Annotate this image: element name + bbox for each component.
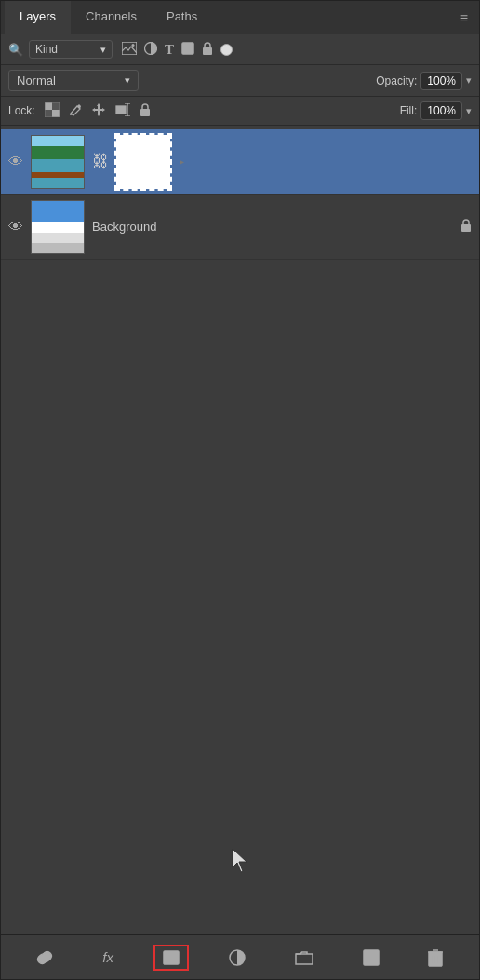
tab-channels[interactable]: Channels xyxy=(71,1,152,34)
svg-rect-16 xyxy=(140,109,150,116)
layer-item-1[interactable]: 👁 ⛓ ▸ xyxy=(1,129,479,195)
svg-point-1 xyxy=(132,44,135,47)
new-group-button[interactable] xyxy=(287,946,321,969)
delete-layer-button[interactable] xyxy=(420,945,450,971)
lock-all-icon[interactable] xyxy=(140,103,151,119)
svg-rect-3 xyxy=(182,43,193,54)
fill-group: Fill: 100% ▾ xyxy=(400,101,472,120)
add-mask-button[interactable] xyxy=(155,946,187,969)
shape-filter-icon[interactable] xyxy=(181,42,194,58)
cursor-area xyxy=(1,525,479,935)
image-filter-icon[interactable] xyxy=(122,42,137,58)
type-filter-icon[interactable]: T xyxy=(165,42,174,58)
panel-menu-icon[interactable]: ≡ xyxy=(453,10,475,25)
adjustment-filter-icon[interactable] xyxy=(144,42,157,58)
blend-mode-dropdown[interactable]: Normal ▾ xyxy=(8,70,139,91)
svg-rect-8 xyxy=(45,110,52,117)
mask-link-icon: ⛓ xyxy=(92,152,109,171)
sky-thumbnail xyxy=(32,201,84,253)
layer-effects-button[interactable]: fx xyxy=(95,946,121,969)
layer-lock-background xyxy=(460,219,472,235)
lock-icons xyxy=(45,102,151,120)
layer-thumbnail-1 xyxy=(31,135,85,189)
layer-visibility-1[interactable]: 👁 xyxy=(8,154,23,170)
blend-mode-row: Normal ▾ Opacity: 100% ▾ xyxy=(1,65,479,97)
search-icon: 🔍 xyxy=(8,43,23,57)
bottom-toolbar: fx xyxy=(1,934,479,979)
svg-rect-6 xyxy=(52,110,60,117)
new-layer-button[interactable] xyxy=(355,946,387,970)
opacity-group: Opacity: 100% ▾ xyxy=(376,72,472,90)
lock-position-icon[interactable] xyxy=(91,102,106,120)
layer-thumbnail-background xyxy=(31,200,85,254)
opacity-value[interactable]: 100% xyxy=(420,72,462,90)
filter-icons: T xyxy=(122,42,233,58)
fill-value[interactable]: 100% xyxy=(420,101,462,120)
layer-name-background: Background xyxy=(92,220,453,234)
tab-layers[interactable]: Layers xyxy=(5,1,71,34)
lock-image-icon[interactable] xyxy=(69,103,82,119)
link-layers-button[interactable] xyxy=(29,946,60,970)
lock-transparent-icon[interactable] xyxy=(45,102,60,120)
lock-row: Lock: xyxy=(1,97,479,126)
mask-edge-marker: ▸ xyxy=(180,156,184,167)
layers-list: 👁 ⛓ ▸ 👁 Background xyxy=(1,126,479,525)
layer-visibility-background[interactable]: 👁 xyxy=(8,219,23,235)
svg-rect-7 xyxy=(52,102,60,110)
layer-item-background[interactable]: 👁 Background xyxy=(1,195,479,260)
tab-bar: Layers Channels Paths ≡ xyxy=(1,1,479,34)
layer-mask-1 xyxy=(116,135,170,189)
svg-rect-11 xyxy=(94,109,103,111)
layers-panel: Layers Channels Paths ≡ 🔍 Kind ▾ xyxy=(0,0,480,980)
lock-filter-icon[interactable] xyxy=(202,42,213,58)
mountain-thumbnail xyxy=(32,136,84,188)
kind-dropdown[interactable]: Kind ▾ xyxy=(29,40,113,59)
filter-row: 🔍 Kind ▾ T xyxy=(1,34,479,65)
svg-rect-4 xyxy=(203,47,212,55)
cursor-indicator xyxy=(231,847,249,879)
tab-paths[interactable]: Paths xyxy=(152,1,212,34)
svg-rect-19 xyxy=(167,953,175,962)
new-adjustment-button[interactable] xyxy=(221,946,253,970)
svg-rect-12 xyxy=(116,106,126,114)
lock-artboard-icon[interactable] xyxy=(115,103,130,119)
pixel-filter-icon[interactable] xyxy=(220,44,233,56)
svg-rect-5 xyxy=(45,102,52,110)
svg-rect-17 xyxy=(461,224,471,232)
